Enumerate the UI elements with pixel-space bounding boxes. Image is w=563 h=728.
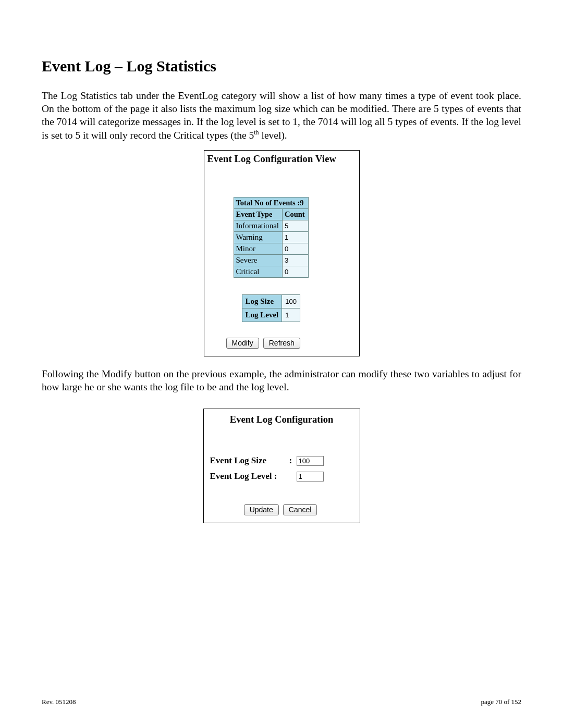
log-size-value: 100 bbox=[282, 295, 300, 309]
event-type-cell: Critical bbox=[234, 266, 282, 278]
log-level-value: 1 bbox=[282, 309, 300, 322]
event-count-cell: 3 bbox=[282, 255, 308, 266]
col-count: Count bbox=[282, 209, 308, 220]
event-count-cell: 1 bbox=[282, 232, 308, 243]
log-config-table: Log Size 100 Log Level 1 bbox=[242, 294, 300, 322]
refresh-button[interactable]: Refresh bbox=[263, 338, 300, 349]
panel1-title: Event Log Configuration View bbox=[207, 154, 356, 165]
event-type-cell: Informational bbox=[234, 220, 282, 232]
event-type-cell: Warning bbox=[234, 232, 282, 243]
modify-button[interactable]: Modify bbox=[226, 338, 259, 349]
panel2-title: Event Log Configuration bbox=[210, 414, 353, 425]
table-row: Informational 5 bbox=[234, 220, 308, 232]
table-row: Severe 3 bbox=[234, 255, 308, 266]
ordinal-suffix: th bbox=[254, 129, 259, 136]
event-log-level-label: Event Log Level : bbox=[210, 471, 297, 482]
log-level-label: Log Level bbox=[242, 309, 282, 322]
mid-paragraph: Following the Modify button on the previ… bbox=[42, 368, 521, 394]
colon: : bbox=[289, 455, 297, 466]
event-count-cell: 0 bbox=[282, 266, 308, 278]
event-count-cell: 0 bbox=[282, 243, 308, 255]
intro-paragraph-tail: level). bbox=[259, 129, 287, 140]
table-row: Critical 0 bbox=[234, 266, 308, 278]
update-button[interactable]: Update bbox=[244, 504, 279, 515]
col-event-type: Event Type bbox=[234, 209, 282, 220]
event-log-size-input[interactable] bbox=[297, 456, 324, 466]
footer-page: page 70 of 152 bbox=[481, 698, 521, 706]
events-stats-table: Total No of Events :9 Event Type Count I… bbox=[234, 197, 309, 278]
table-row: Warning 1 bbox=[234, 232, 308, 243]
intro-paragraph: The Log Statistics tab under the EventLo… bbox=[42, 90, 521, 142]
event-type-cell: Severe bbox=[234, 255, 282, 266]
page-footer: Rev. 051208 page 70 of 152 bbox=[42, 698, 521, 706]
page-title: Event Log – Log Statistics bbox=[42, 57, 521, 75]
event-type-cell: Minor bbox=[234, 243, 282, 255]
cancel-button[interactable]: Cancel bbox=[283, 504, 317, 515]
event-log-level-input[interactable] bbox=[297, 472, 324, 482]
event-log-size-label: Event Log Size bbox=[210, 455, 289, 466]
event-log-size-row: Event Log Size : bbox=[210, 455, 353, 466]
event-log-level-row: Event Log Level : bbox=[210, 471, 353, 482]
total-events-header: Total No of Events :9 bbox=[234, 198, 308, 209]
footer-rev: Rev. 051208 bbox=[42, 698, 76, 706]
event-count-cell: 5 bbox=[282, 220, 308, 232]
event-log-view-panel: Event Log Configuration View Total No of… bbox=[204, 150, 360, 356]
log-size-label: Log Size bbox=[242, 295, 282, 309]
event-log-config-panel: Event Log Configuration Event Log Size :… bbox=[203, 409, 360, 523]
table-row: Minor 0 bbox=[234, 243, 308, 255]
